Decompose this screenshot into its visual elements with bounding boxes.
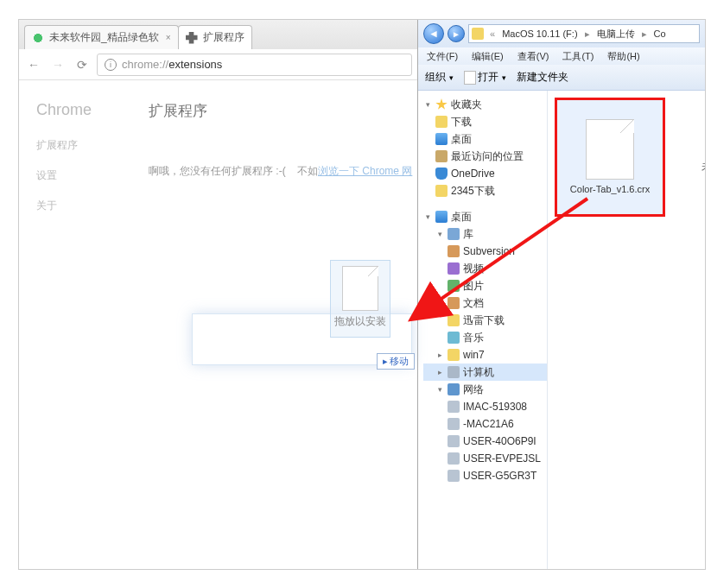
explorer-nav: ◄ ► « MacOS 10.11 (F:)▸ 电脑上传▸ Co [418,20,705,47]
recent-icon [435,150,448,162]
tree-subversion[interactable]: Subversion [423,243,547,260]
pc-icon [448,470,460,482]
explorer-back-button[interactable]: ◄ [423,23,444,44]
tree-network-pc[interactable]: USER-EVPEJSL [423,450,547,467]
file-tile-selected[interactable]: Color-Tab_v1.6.crx [555,98,665,217]
truncated-label: 未 [701,160,705,174]
menu-tools[interactable]: 工具(T) [557,50,599,63]
tree-network[interactable]: 网络 [423,381,547,398]
video-icon [448,262,460,275]
address-bar[interactable]: i chrome://extensions [97,54,412,76]
desktop-icon [435,133,448,145]
browse-webstore-link[interactable]: 浏览一下 Chrome 网 [318,165,412,177]
navigation-tree: 收藏夹 下载 桌面 最近访问的位置 OneDrive 2345下载 桌面 库 S… [418,91,548,569]
back-button[interactable]: ← [24,55,43,74]
settings-sidebar: Chrome 扩展程序 设置 关于 [19,98,149,569]
puzzle-icon [186,32,198,44]
new-folder-button[interactable]: 新建文件夹 [517,70,568,85]
favicon-site-icon [32,32,44,44]
menu-view[interactable]: 查看(V) [512,50,555,63]
sidebar-item-extensions[interactable]: 扩展程序 [36,138,149,153]
tab-strip: 未来软件园_精品绿色软 × 扩展程序 [19,20,417,49]
tree-network-pc[interactable]: IMAC-519308 [423,398,547,415]
file-name: Color-Tab_v1.6.crx [570,183,650,195]
url-path: extensions [168,58,222,71]
file-icon [464,71,476,85]
folder-icon [448,314,460,326]
folder-icon [448,245,460,257]
pc-icon [448,452,460,465]
tree-documents[interactable]: 文档 [423,294,547,312]
file-explorer-window: ◄ ► « MacOS 10.11 (F:)▸ 电脑上传▸ Co 文件(F) 编… [418,20,705,569]
picture-icon [448,280,460,292]
menu-edit[interactable]: 编辑(E) [467,50,509,63]
browser-tab-1[interactable]: 扩展程序 [178,25,252,49]
tree-network-pc[interactable]: -MAC21A6 [423,415,547,433]
pc-icon [448,401,460,413]
organize-button[interactable]: 组织 [425,70,454,85]
brand-title: Chrome [36,101,149,119]
forward-button[interactable]: → [48,55,67,74]
tree-win7[interactable]: win7 [423,346,547,364]
tree-favorites[interactable]: 收藏夹 [423,96,547,113]
browser-tab-0[interactable]: 未来软件园_精品绿色软 × [24,25,179,49]
tree-desktop-fav[interactable]: 桌面 [423,130,547,148]
tree-downloads[interactable]: 下载 [423,113,547,130]
tree-pictures[interactable]: 图片 [423,277,547,294]
file-icon [586,119,634,180]
tree-network-pc[interactable]: USER-40O6P9I [423,433,547,450]
sidebar-item-about[interactable]: 关于 [36,199,149,213]
network-icon [448,383,460,395]
dragging-file: 拖放以安装 [330,260,390,338]
file-pane[interactable]: Color-Tab_v1.6.crx 未 [548,91,705,569]
reload-button[interactable]: ⟳ [73,55,92,74]
tree-desktop[interactable]: 桌面 [423,208,547,225]
folder-icon [435,185,448,197]
menu-file[interactable]: 文件(F) [422,50,463,63]
cloud-icon [435,168,448,180]
tree-onedrive[interactable]: OneDrive [423,165,547,182]
drag-label: 拖放以安装 [334,314,386,329]
drive-icon [472,28,484,40]
folder-icon [435,116,448,128]
folder-icon [448,349,460,361]
star-icon [435,98,448,111]
tab-title: 扩展程序 [203,30,244,45]
info-icon: i [105,59,117,71]
tree-music[interactable]: 音乐 [423,329,547,346]
tree-network-pc[interactable]: USER-G5GR3T [423,467,547,484]
url-prefix: chrome:// [122,58,168,71]
move-badge: 移动 [377,353,415,370]
tree-xunlei[interactable]: 迅雷下载 [423,312,547,329]
command-bar: 组织 打开 新建文件夹 [418,65,705,91]
empty-message: 啊哦，您没有任何扩展程序 :-( 不如浏览一下 Chrome 网 [149,164,417,179]
pc-icon [448,435,460,447]
tree-2345[interactable]: 2345下载 [423,182,547,199]
file-icon [342,266,378,311]
browser-toolbar: ← → ⟳ i chrome://extensions [19,49,417,80]
explorer-forward-button[interactable]: ► [448,25,465,42]
document-icon [448,297,460,309]
tree-computer[interactable]: 计算机 [423,364,547,381]
open-button[interactable]: 打开 [464,70,506,85]
menu-bar: 文件(F) 编辑(E) 查看(V) 工具(T) 帮助(H) [418,47,705,65]
music-icon [448,332,460,344]
menu-help[interactable]: 帮助(H) [602,50,644,63]
pc-icon [448,418,460,430]
sidebar-item-settings[interactable]: 设置 [36,168,149,183]
tree-videos[interactable]: 视频 [423,260,547,277]
tree-recent[interactable]: 最近访问的位置 [423,148,547,165]
tree-libraries[interactable]: 库 [423,225,547,243]
chrome-window: 未来软件园_精品绿色软 × 扩展程序 ← → ⟳ i chrome://exte… [19,20,418,569]
tab-title: 未来软件园_精品绿色软 [49,30,159,45]
page-title: 扩展程序 [149,101,417,121]
desktop-icon [435,211,448,223]
library-icon [448,228,460,240]
computer-icon [448,366,460,378]
close-icon[interactable]: × [166,33,171,42]
breadcrumb[interactable]: « MacOS 10.11 (F:)▸ 电脑上传▸ Co [468,24,700,43]
